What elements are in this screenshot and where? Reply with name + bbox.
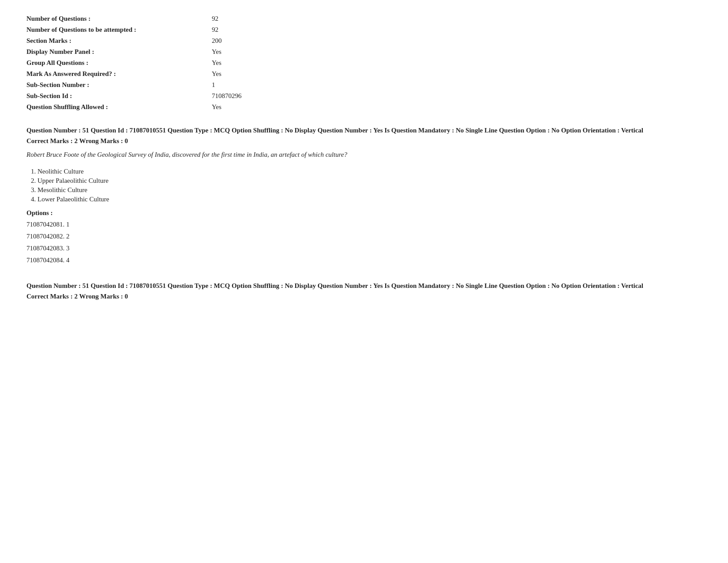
question-marks: Correct Marks : 2 Wrong Marks : 0 — [26, 293, 702, 300]
info-label: Number of Questions to be attempted : — [26, 26, 212, 34]
question-meta: Question Number : 51 Question Id : 71087… — [26, 125, 702, 136]
info-label: Section Marks : — [26, 37, 212, 45]
question-meta: Question Number : 51 Question Id : 71087… — [26, 280, 702, 291]
info-value: 200 — [212, 37, 222, 45]
info-value: Yes — [212, 59, 221, 67]
info-row: Display Number Panel :Yes — [26, 46, 702, 57]
info-value: 1 — [212, 81, 215, 89]
questions-container: Question Number : 51 Question Id : 71087… — [26, 125, 702, 300]
info-label: Mark As Answered Required? : — [26, 70, 212, 78]
info-value: 92 — [212, 26, 218, 34]
list-item: 2. Upper Palaeolithic Culture — [31, 177, 702, 185]
info-label: Display Number Panel : — [26, 48, 212, 56]
info-row: Sub-Section Number :1 — [26, 79, 702, 91]
options-ids-label: Options : — [26, 209, 702, 217]
info-table: Number of Questions :92Number of Questio… — [26, 13, 702, 113]
options-ids: 71087042081. 171087042082. 271087042083.… — [26, 219, 702, 266]
info-row: Number of Questions :92 — [26, 13, 702, 24]
info-value: 92 — [212, 15, 218, 23]
info-row: Number of Questions to be attempted :92 — [26, 24, 702, 35]
info-label: Sub-Section Id : — [26, 92, 212, 100]
info-row: Question Shuffling Allowed :Yes — [26, 102, 702, 113]
info-row: Mark As Answered Required? :Yes — [26, 68, 702, 79]
question-block: Question Number : 51 Question Id : 71087… — [26, 125, 702, 266]
info-label: Number of Questions : — [26, 15, 212, 23]
info-label: Question Shuffling Allowed : — [26, 103, 212, 111]
list-item: 1. Neolithic Culture — [31, 168, 702, 175]
list-item: 4. Lower Palaeolithic Culture — [31, 196, 702, 203]
list-item: 3. Mesolithic Culture — [31, 186, 702, 194]
info-row: Sub-Section Id :710870296 — [26, 91, 702, 102]
info-value: Yes — [212, 103, 221, 111]
info-value: Yes — [212, 48, 221, 56]
info-label: Group All Questions : — [26, 59, 212, 67]
question-marks: Correct Marks : 2 Wrong Marks : 0 — [26, 137, 702, 145]
info-row: Group All Questions :Yes — [26, 57, 702, 68]
info-value: Yes — [212, 70, 221, 78]
info-value: 710870296 — [212, 92, 242, 100]
question-block: Question Number : 51 Question Id : 71087… — [26, 280, 702, 300]
options-list: 1. Neolithic Culture2. Upper Palaeolithi… — [26, 168, 702, 203]
info-row: Section Marks :200 — [26, 35, 702, 46]
question-text: Robert Bruce Foote of the Geological Sur… — [26, 149, 702, 161]
info-label: Sub-Section Number : — [26, 81, 212, 89]
